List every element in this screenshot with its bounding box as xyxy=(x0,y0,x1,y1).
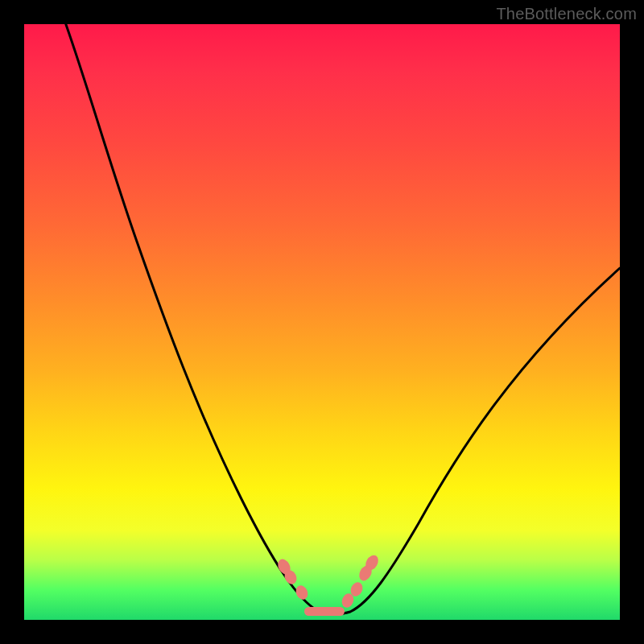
outer-frame: TheBottleneck.com xyxy=(0,0,644,644)
plot-area xyxy=(24,24,620,620)
attribution-text: TheBottleneck.com xyxy=(496,5,637,23)
